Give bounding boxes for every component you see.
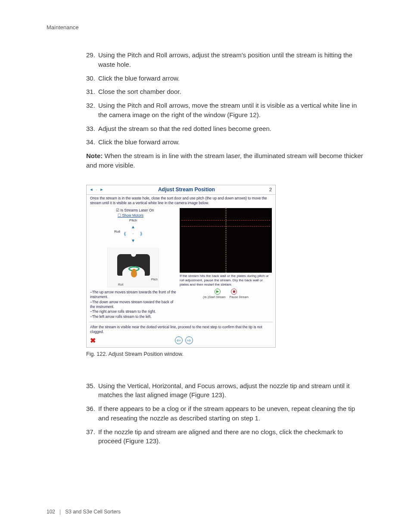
controls-column: ☑ Is Streams Laser On ☐ Show Motors Pitc…	[90, 207, 176, 320]
streams-laser-checkbox[interactable]: ☑ Is Streams Laser On	[116, 208, 176, 212]
nozzle-illustration: Pitch Roll	[107, 248, 159, 287]
step-text: Click the blue forward arrow.	[98, 75, 180, 82]
step-item: 36.If there appears to be a clog or if t…	[86, 404, 364, 423]
hint-line: –The right arrow rolls stream to the rig…	[90, 309, 176, 314]
section-header: Maintenance	[47, 24, 368, 31]
product-name: S3 and S3e Cell Sorters	[65, 509, 121, 515]
step-text: Using the Vertical, Horizontal, and Focu…	[98, 382, 350, 399]
pitch-roll-pad: Pitch Roll ▲ ▼ ⟪ ⟫ ·	[90, 218, 176, 246]
figure-caption: Fig. 122. Adjust Stream Position window.	[86, 351, 364, 357]
camera-view	[180, 208, 272, 273]
down-arrow-icon[interactable]: ▼	[130, 238, 136, 244]
window-body: Once the stream is in the waste hole, cl…	[87, 195, 275, 347]
page-footer: 102|S3 and S3e Cell Sorters	[47, 509, 121, 515]
titlebar-nav: ◄ · ►	[89, 187, 104, 192]
hint-line: –The down arrow moves stream toward the …	[90, 300, 176, 310]
step-item: 37.If the nozzle tip and stream are alig…	[86, 427, 364, 446]
step-number: 36.	[86, 404, 95, 414]
step-number: 31.	[86, 87, 95, 96]
step-number: 37.	[86, 427, 95, 437]
forward-icon[interactable]: ►	[100, 187, 104, 192]
arrow-hints: –The up arrow moves stream towards the f…	[90, 290, 176, 320]
hint-line: –The up arrow moves stream towards the f…	[90, 290, 176, 300]
step-number: 34.	[86, 137, 95, 147]
step-text: Click the blue forward arrow.	[98, 138, 180, 146]
steps-list-a: 29.Using the Pitch and Roll arrows, adju…	[86, 50, 364, 147]
step-item: 34.Click the blue forward arrow.	[86, 137, 364, 147]
camera-horizontal-guideline	[181, 220, 270, 221]
step-number: 33.	[86, 124, 95, 134]
pause-stream-icon[interactable]: ◼	[231, 289, 237, 295]
step-text: If the nozzle tip and stream are aligned…	[98, 428, 343, 445]
step-item: 33.Adjust the stream so that the red dot…	[86, 124, 364, 134]
step-text: Using the Pitch and Roll arrows, move th…	[98, 102, 357, 118]
step-item: 35.Using the Vertical, Horizontal, and F…	[86, 381, 364, 400]
illus-pitch-label: Pitch	[151, 278, 158, 281]
camera-horizontal-guideline	[181, 226, 270, 227]
close-icon[interactable]: ✖	[90, 336, 96, 345]
main-content: 29.Using the Pitch and Roll arrows, adju…	[86, 50, 364, 446]
window-instruction: Once the stream is in the waste hole, cl…	[90, 196, 272, 205]
pause-stream-label: Pause Stream	[230, 296, 249, 299]
left-arrow-icon[interactable]: ⟪	[122, 231, 128, 237]
camera-column: If the stream hits the back wall or the …	[180, 207, 272, 320]
laser-label: Is Streams Laser On	[120, 208, 154, 212]
start-stream-icon[interactable]: ▶	[215, 289, 221, 295]
prev-step-icon[interactable]: ⇦	[175, 336, 183, 344]
window-footer: ✖ ⇦ ⇨	[90, 335, 272, 345]
step-text: Using the Pitch and Roll arrows, adjust …	[98, 51, 352, 68]
note-text: When the stream is in line with the stre…	[86, 152, 363, 169]
step-item: 30.Click the blue forward arrow.	[86, 74, 364, 83]
right-arrow-icon[interactable]: ⟫	[138, 231, 144, 237]
step-number: 29.	[86, 50, 95, 60]
show-motors-checkbox[interactable]: ☐ Show Motors	[118, 213, 176, 218]
page-number: 102	[47, 509, 55, 515]
step-item: 31.Close the sort chamber door.	[86, 87, 364, 96]
back-icon[interactable]: ◄	[89, 187, 93, 192]
note: Note: When the stream is in line with th…	[86, 151, 364, 170]
window-step-number: 2	[269, 187, 273, 192]
step-text: Adjust the stream so that the red dotted…	[98, 125, 271, 132]
illus-roll-label: Roll	[118, 283, 123, 286]
titlebar-dot-icon: ·	[94, 187, 99, 192]
note-label: Note:	[86, 152, 103, 159]
adjust-stream-window: ◄ · ► Adjust Stream Position 2 Once the …	[86, 185, 276, 348]
up-arrow-icon[interactable]: ▲	[130, 224, 136, 230]
window-titlebar: ◄ · ► Adjust Stream Position 2	[87, 185, 275, 195]
camera-vertical-guideline	[226, 208, 226, 273]
roll-label: Roll	[114, 230, 120, 233]
step-number: 30.	[86, 74, 95, 83]
step-text: If there appears to be a clog or if the …	[98, 405, 355, 422]
step-item: 32.Using the Pitch and Roll arrows, move…	[86, 101, 364, 120]
stream-controls: ▶ ◼	[180, 289, 272, 295]
center-icon: ·	[130, 231, 136, 237]
hint-line: –The left arrow rolls stream to the left…	[90, 314, 176, 319]
window-final-instruction: After the stream is visible near the dot…	[90, 325, 272, 334]
step-number: 32.	[86, 101, 95, 110]
step-text: Close the sort chamber door.	[98, 88, 181, 95]
next-step-icon[interactable]: ⇨	[185, 336, 193, 344]
motors-label: Show Motors	[122, 213, 143, 218]
steps-list-b: 35.Using the Vertical, Horizontal, and F…	[86, 381, 364, 446]
step-item: 29.Using the Pitch and Roll arrows, adju…	[86, 50, 364, 69]
window-title: Adjust Stream Position	[104, 187, 269, 193]
step-number: 35.	[86, 381, 95, 391]
camera-caption: If the stream hits the back wall or the …	[180, 274, 272, 287]
pitch-label: Pitch	[129, 218, 137, 222]
restart-stream-label: (re-)Start Stream	[203, 296, 226, 299]
